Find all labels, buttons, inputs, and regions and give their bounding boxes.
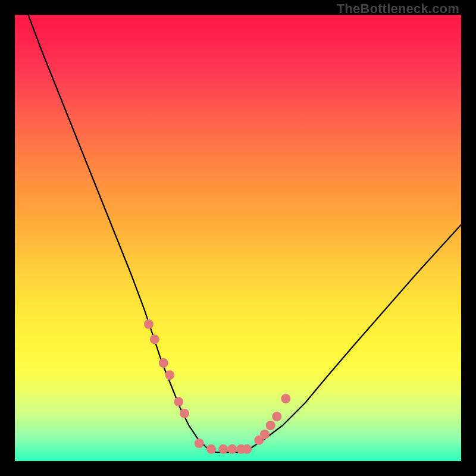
marker-point	[206, 444, 216, 454]
marker-point	[227, 444, 237, 454]
marker-point	[281, 394, 290, 403]
marker-point	[242, 444, 252, 454]
marker-point	[218, 444, 228, 454]
marker-group	[144, 320, 290, 454]
marker-point	[195, 439, 204, 448]
marker-point	[165, 370, 174, 380]
marker-point	[180, 409, 189, 418]
marker-point	[260, 430, 270, 439]
chart-svg	[15, 15, 461, 461]
chart-plot-area	[15, 15, 461, 461]
marker-point	[266, 421, 275, 430]
marker-point	[272, 412, 281, 421]
marker-point	[144, 320, 154, 329]
bottleneck-curve	[29, 15, 462, 452]
marker-point	[159, 358, 168, 368]
marker-point	[150, 334, 159, 344]
marker-point	[174, 397, 183, 406]
watermark-label: TheBottleneck.com	[337, 1, 459, 17]
